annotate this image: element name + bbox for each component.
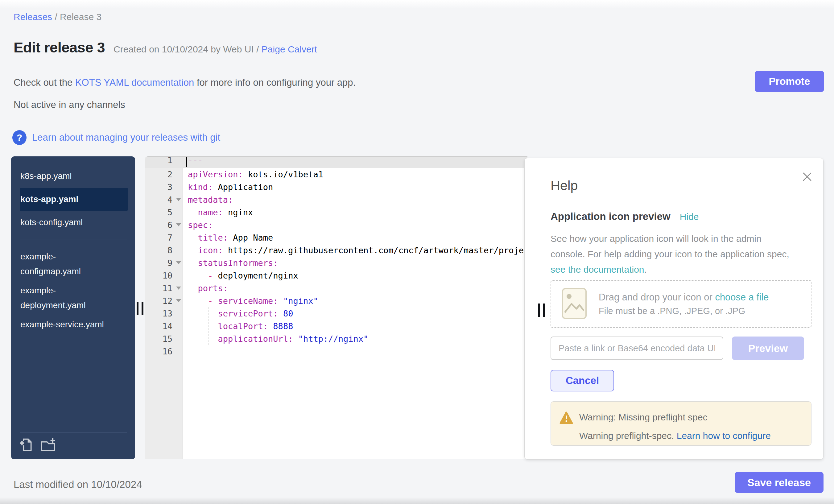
page-title: Edit release 3 [14, 39, 105, 56]
learn-configure-link[interactable]: Learn how to configure [677, 431, 771, 441]
line-number: 6 [145, 219, 183, 231]
release-editor-page: Releases / Release 3 Edit release 3 Crea… [0, 0, 834, 504]
breadcrumb-separator: / [54, 12, 60, 22]
warning-icon [559, 412, 573, 426]
sidebar-item-kots-app-yaml[interactable]: kots-app.yaml [20, 188, 128, 211]
code-line[interactable]: 1--- [145, 157, 527, 168]
icon-url-input[interactable] [551, 336, 723, 360]
help-panel: Help Application icon preview Hide See h… [524, 158, 824, 460]
promote-button[interactable]: Promote [755, 71, 824, 92]
code-text: applicationUrl: "http://nginx" [183, 332, 527, 345]
editor-rows: 1---2apiVersion: kots.io/v1beta13kind: A… [145, 157, 527, 358]
code-text: localPort: 8888 [183, 320, 527, 332]
sidebar-item-example-configmap-yaml[interactable]: example-configmap.yaml [20, 249, 112, 279]
line-number: 10 [145, 269, 183, 282]
line-number: 15 [145, 332, 183, 345]
preview-button[interactable]: Preview [732, 336, 804, 360]
yaml-editor[interactable]: 1---2apiVersion: kots.io/v1beta13kind: A… [145, 156, 527, 459]
code-text: - serviceName: "nginx" [183, 294, 527, 307]
file-group-divider [20, 239, 127, 239]
icon-preview-heading: Application icon preview [551, 211, 671, 222]
code-text: - deployment/nginx [183, 269, 527, 282]
line-number: 16 [145, 345, 183, 358]
code-line[interactable]: 3kind: Application [145, 181, 527, 193]
code-text: icon: https://raw.githubusercontent.com/… [183, 244, 527, 257]
line-number: 7 [145, 231, 183, 244]
new-folder-icon[interactable] [40, 437, 57, 454]
code-line[interactable]: 16 [145, 345, 527, 358]
cancel-button[interactable]: Cancel [551, 370, 614, 391]
question-icon[interactable]: ? [12, 130, 26, 145]
channel-status-text: Not active in any channels [14, 99, 125, 110]
sidebar-item-example-deployment-yaml[interactable]: example-deployment.yaml [20, 283, 112, 313]
code-line[interactable]: 15 applicationUrl: "http://nginx" [145, 332, 527, 345]
icon-preview-description: See how your application icon will look … [551, 231, 789, 277]
sidebar-item-k8s-app-yaml[interactable]: k8s-app.yaml [20, 169, 112, 183]
fold-arrow-icon[interactable] [176, 287, 181, 290]
warning-detail: Warning preflight-spec. Learn how to con… [579, 431, 811, 441]
code-text: spec: [183, 219, 527, 231]
code-line[interactable]: 6spec: [145, 219, 527, 231]
code-line[interactable]: 7 title: App Name [145, 231, 527, 244]
dropzone-hint: File must be a .PNG, .JPEG, or .JPG [599, 306, 769, 316]
code-text: metadata: [183, 193, 527, 206]
line-number: 3 [145, 181, 183, 193]
hide-link[interactable]: Hide [680, 212, 699, 222]
breadcrumb: Releases / Release 3 [14, 12, 102, 22]
help-resize-handle-right-bar[interactable] [543, 304, 545, 317]
code-text: ports: [183, 282, 527, 294]
bottom-edge-fade [0, 497, 834, 504]
line-number: 1 [145, 157, 183, 165]
fold-arrow-icon[interactable] [176, 299, 181, 302]
code-text: --- [183, 157, 527, 165]
see-documentation-link[interactable]: see the documentation [551, 264, 644, 275]
kots-yaml-docs-link[interactable]: KOTS YAML documentation [75, 77, 194, 88]
code-line[interactable]: 13 servicePort: 80 [145, 307, 527, 320]
line-number: 9 [145, 257, 183, 269]
choose-file-link[interactable]: choose a file [715, 292, 769, 303]
code-line[interactable]: 4metadata: [145, 193, 527, 206]
fold-arrow-icon[interactable] [176, 198, 181, 201]
file-sidebar: k8s-app.yamlkots-app.yamlkots-config.yam… [11, 156, 135, 459]
sidebar-resize-handle-right-bar[interactable] [141, 302, 144, 315]
sidebar-item-example-service-yaml[interactable]: example-service.yaml [20, 317, 112, 332]
warning-title: Warning: Missing preflight spec [579, 412, 811, 422]
breadcrumb-current: Release 3 [60, 12, 102, 22]
line-number: 11 [145, 282, 183, 294]
breadcrumb-releases-link[interactable]: Releases [14, 12, 52, 22]
new-file-icon[interactable] [20, 437, 33, 454]
code-text [183, 345, 527, 358]
indent-guide [208, 307, 209, 345]
code-line[interactable]: 14 localPort: 8888 [145, 320, 527, 332]
line-number: 8 [145, 244, 183, 257]
image-placeholder-icon [562, 288, 587, 321]
fold-arrow-icon[interactable] [176, 261, 181, 264]
save-release-button[interactable]: Save release [735, 472, 824, 493]
code-line[interactable]: 11 ports: [145, 282, 527, 294]
text-cursor [186, 157, 187, 167]
icon-dropzone[interactable]: Drag and drop your icon or choose a file… [551, 280, 811, 328]
help-resize-handle-left-bar[interactable] [538, 304, 540, 317]
code-line[interactable]: 9 statusInformers: [145, 257, 527, 269]
fold-arrow-icon[interactable] [176, 223, 181, 226]
docs-helper-text: Check out the KOTS YAML documentation fo… [14, 77, 356, 88]
sidebar-item-kots-config-yaml[interactable]: kots-config.yaml [20, 215, 112, 230]
code-text: servicePort: 80 [183, 307, 527, 320]
code-line[interactable]: 12 - serviceName: "nginx" [145, 294, 527, 307]
git-releases-link[interactable]: Learn about managing your releases with … [32, 132, 220, 143]
code-line[interactable]: 5 name: nginx [145, 206, 527, 219]
code-line[interactable]: 10 - deployment/nginx [145, 269, 527, 282]
help-title: Help [551, 178, 578, 193]
code-line[interactable]: 2apiVersion: kots.io/v1beta1 [145, 168, 527, 181]
code-line[interactable]: 8 icon: https://raw.githubusercontent.co… [145, 244, 527, 257]
close-icon[interactable] [802, 171, 813, 183]
line-number: 14 [145, 320, 183, 332]
last-modified-text: Last modified on 10/10/2024 [14, 479, 142, 490]
created-text: Created on 10/10/2024 by Web UI / Paige … [113, 44, 317, 54]
author-link[interactable]: Paige Calvert [262, 44, 317, 54]
line-number: 2 [145, 168, 183, 181]
line-number: 5 [145, 206, 183, 219]
sidebar-resize-handle-left-bar[interactable] [137, 302, 138, 315]
file-group-top: k8s-app.yamlkots-app.yamlkots-config.yam… [20, 169, 128, 230]
file-group-bottom: example-configmap.yamlexample-deployment… [20, 249, 128, 332]
